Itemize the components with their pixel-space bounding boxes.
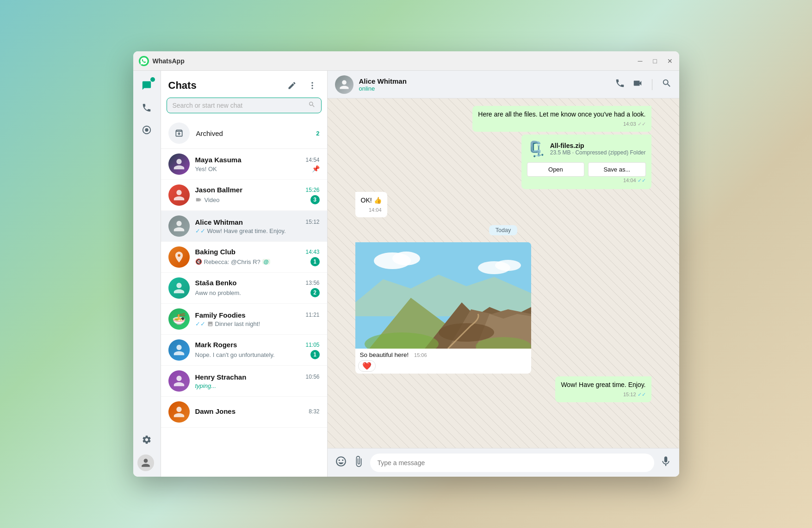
chat-info-stasa: Staša Benko 13:56 Aww no problem. 2	[195, 279, 320, 297]
chat-time-family: 11:21	[305, 312, 319, 318]
mute-icon-baking: 🔇	[195, 258, 202, 265]
avatar-family: 🍜	[168, 308, 190, 330]
chat-name-mark: Mark Rogers	[195, 341, 237, 349]
svg-point-2	[145, 129, 148, 131]
avatar-alice	[168, 215, 190, 237]
message-sent-final: Wow! Have great time. Enjoy. 15:12 ✓✓	[555, 376, 651, 402]
search-input[interactable]	[173, 102, 308, 109]
chat-item-dawn[interactable]: Dawn Jones 8:32	[161, 397, 327, 428]
message-sent-1: Here are all the files. Let me know once…	[472, 106, 651, 132]
chat-preview-henry: typing...	[195, 382, 217, 389]
maximize-button[interactable]: □	[651, 57, 659, 65]
emoji-button[interactable]	[335, 455, 347, 470]
svg-point-8	[392, 252, 420, 265]
nav-chats-button[interactable]	[137, 76, 156, 95]
chat-info-maya: Maya Kasuma 14:54 Yes! OK 📌	[195, 156, 320, 172]
chat-item-baking[interactable]: Baking Club 14:43 🔇 Rebecca: @Chris R? @…	[161, 242, 327, 273]
svg-point-5	[311, 87, 313, 89]
chats-title: Chats	[168, 80, 197, 92]
user-avatar[interactable]	[137, 454, 154, 471]
badge-mark: 1	[310, 350, 320, 359]
chat-time-baking: 14:43	[305, 249, 319, 255]
message-time-1: 14:03 ✓✓	[478, 120, 645, 128]
chat-time-mark: 11:05	[305, 342, 319, 348]
compose-button[interactable]	[285, 78, 299, 93]
chat-header-info[interactable]: Alice Whitman online	[359, 77, 615, 92]
chat-name-henry: Henry Strachan	[195, 373, 247, 381]
chat-item-jason[interactable]: Jason Ballmer 15:26 Video 3	[161, 180, 327, 211]
minimize-button[interactable]: ─	[637, 57, 644, 65]
chat-item-family[interactable]: 🍜 Family Foodies 11:21 ✓✓ Dinner last ni…	[161, 304, 327, 335]
app-body: Chats	[133, 71, 679, 477]
chat-name-alice: Alice Whitman	[195, 218, 243, 226]
search-chat-button[interactable]	[662, 78, 672, 91]
day-label: Today	[489, 225, 517, 235]
chat-time-maya: 14:54	[305, 157, 319, 163]
whatsapp-logo-icon	[139, 56, 149, 66]
chat-item-alice[interactable]: Alice Whitman 15:12 ✓✓ Wow! Have great t…	[161, 211, 327, 242]
badge-stasa: 2	[310, 288, 320, 297]
chat-header-actions	[615, 78, 672, 91]
avatar-stasa	[168, 277, 190, 299]
chat-preview-jason: Video	[195, 196, 220, 203]
chat-time-dawn: 8:32	[309, 408, 319, 415]
message-input[interactable]	[370, 454, 654, 472]
window-controls: ─ □ ✕	[637, 57, 674, 65]
chat-list-panel: Chats	[161, 71, 328, 477]
file-meta: 23.5 MB · Compressed (zipped) Folder	[550, 149, 646, 156]
message-file-sent: 🗜️ All-files.zip 23.5 MB · Compressed (z…	[521, 135, 651, 189]
voice-call-button[interactable]	[615, 78, 625, 91]
chat-time-henry: 10:56	[305, 374, 319, 380]
chat-preview-family: ✓✓ Dinner last night!	[195, 320, 260, 327]
attach-button[interactable]	[353, 455, 365, 470]
save-as-button[interactable]: Save as...	[588, 162, 645, 177]
nav-status-button[interactable]	[137, 121, 156, 139]
chat-item-stasa[interactable]: Staša Benko 13:56 Aww no problem. 2	[161, 273, 327, 304]
archive-icon	[168, 123, 190, 144]
reaction-bar[interactable]: ❤️	[358, 360, 376, 372]
file-actions: Open Save as...	[527, 162, 646, 177]
svg-point-4	[311, 85, 313, 86]
nav-bottom	[137, 430, 156, 471]
search-icon	[308, 101, 316, 110]
chat-info-henry: Henry Strachan 10:56 typing...	[195, 373, 320, 389]
chat-input-bar	[328, 448, 679, 477]
chat-item-henry[interactable]: Henry Strachan 10:56 typing...	[161, 366, 327, 397]
close-button[interactable]: ✕	[666, 57, 674, 65]
file-details: All-files.zip 23.5 MB · Compressed (zipp…	[550, 142, 646, 156]
chat-item-mark[interactable]: Mark Rogers 11:05 Nope. I can't go unfor…	[161, 335, 327, 366]
file-name: All-files.zip	[550, 142, 646, 149]
chat-info-mark: Mark Rogers 11:05 Nope. I can't go unfor…	[195, 341, 320, 359]
badge-baking: 1	[310, 257, 320, 266]
nav-calls-button[interactable]	[137, 98, 156, 117]
message-text-ok: OK! 👍	[361, 196, 382, 204]
chat-preview-stasa: Aww no problem.	[195, 289, 241, 296]
chat-item-maya[interactable]: Maya Kasuma 14:54 Yes! OK 📌	[161, 149, 327, 180]
settings-button[interactable]	[137, 430, 156, 449]
nav-sidebar	[133, 71, 161, 477]
titlebar: WhatsApp ─ □ ✕	[133, 51, 679, 71]
avatar-maya	[168, 153, 190, 175]
archived-count: 2	[316, 130, 319, 137]
day-divider: Today	[355, 226, 651, 234]
chat-info-baking: Baking Club 14:43 🔇 Rebecca: @Chris R? @…	[195, 248, 320, 266]
message-time-final: 15:12 ✓✓	[561, 391, 645, 399]
avatar-baking	[168, 246, 190, 268]
chat-name-dawn: Dawn Jones	[195, 407, 236, 415]
more-menu-button[interactable]	[305, 78, 320, 93]
file-info: 🗜️ All-files.zip 23.5 MB · Compressed (z…	[527, 140, 646, 158]
contact-status: online	[359, 85, 615, 92]
chat-info-jason: Jason Ballmer 15:26 Video 3	[195, 186, 320, 204]
video-call-button[interactable]	[632, 78, 643, 91]
open-file-button[interactable]: Open	[527, 162, 584, 177]
chat-header-avatar[interactable]	[335, 75, 353, 94]
svg-point-16	[439, 323, 494, 342]
mic-button[interactable]	[660, 455, 672, 470]
archived-row[interactable]: Archived 2	[161, 118, 327, 149]
pin-icon-maya: 📌	[312, 165, 320, 172]
chat-preview-maya: Yes! OK	[195, 166, 217, 172]
photo-caption: So beautiful here! 15:06	[360, 351, 527, 358]
file-type-icon: 🗜️	[527, 140, 545, 158]
contact-name: Alice Whitman	[359, 77, 615, 85]
file-time: 14:04 ✓✓	[527, 178, 646, 184]
